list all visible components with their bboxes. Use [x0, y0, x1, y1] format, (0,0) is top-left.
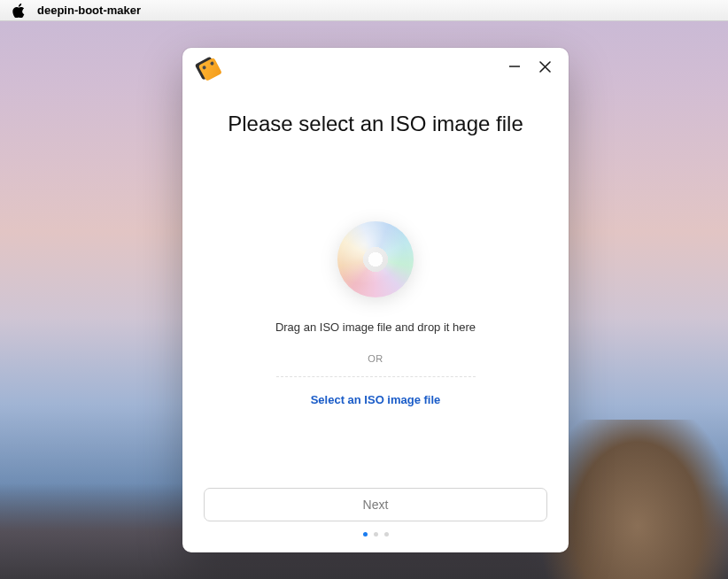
menubar-app-title[interactable]: deepin-boot-maker [37, 4, 141, 17]
dialog-content: Drag an ISO image file and drop it here … [182, 136, 569, 488]
next-button[interactable]: Next [204, 488, 547, 521]
dialog-titlebar [182, 48, 569, 85]
dialog-footer: Next [182, 488, 569, 552]
iso-drop-zone[interactable] [337, 221, 414, 297]
divider [276, 376, 476, 377]
or-divider-label: OR [368, 353, 383, 364]
step-pager [363, 532, 389, 537]
apple-menu-icon[interactable] [12, 4, 25, 18]
pager-dot-1[interactable] [363, 532, 368, 537]
close-button[interactable] [537, 58, 553, 74]
disc-icon [337, 221, 414, 297]
drop-instruction: Drag an ISO image file and drop it here [275, 320, 476, 334]
svg-rect-0 [509, 66, 520, 67]
window-controls [507, 58, 558, 74]
pager-dot-2[interactable] [374, 532, 378, 537]
page-title: Please select an ISO image file [182, 112, 569, 136]
minimize-button[interactable] [507, 58, 523, 74]
select-iso-link[interactable]: Select an ISO image file [311, 393, 441, 406]
boot-maker-dialog: Please select an ISO image file Drag an … [182, 48, 569, 552]
pager-dot-3[interactable] [384, 532, 389, 537]
app-icon [195, 55, 223, 83]
system-menubar: deepin-boot-maker [0, 0, 728, 21]
